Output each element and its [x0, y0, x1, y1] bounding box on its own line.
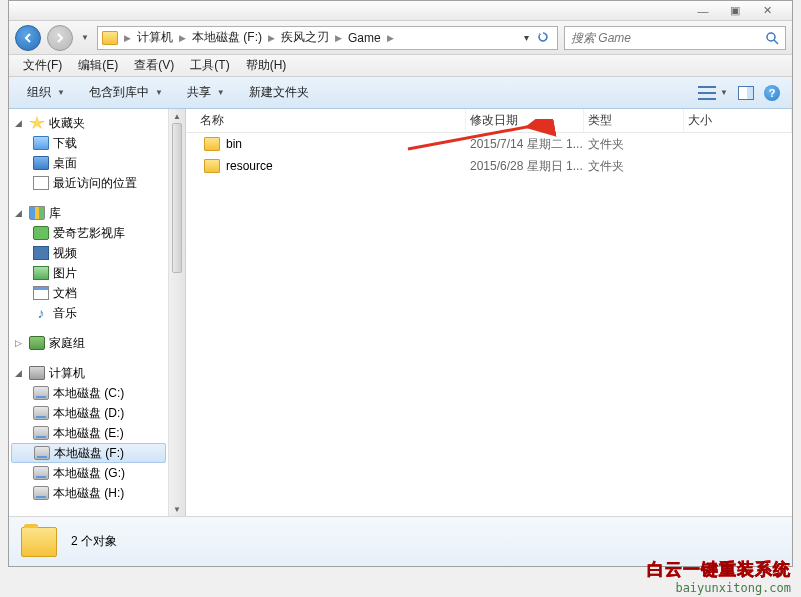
close-button[interactable]: ✕ [760, 4, 774, 18]
folder-icon [204, 159, 220, 173]
menu-tools[interactable]: 工具(T) [182, 57, 237, 74]
search-input[interactable] [571, 31, 765, 45]
recent-icon [33, 176, 49, 190]
status-text: 2 个对象 [71, 533, 117, 550]
tree-lib-iqiyi[interactable]: 爱奇艺影视库 [9, 223, 168, 243]
maximize-button[interactable]: ▣ [728, 4, 742, 18]
menu-help[interactable]: 帮助(H) [238, 57, 295, 74]
sidebar-scrollbar[interactable]: ▲ ▼ [169, 109, 186, 516]
folder-icon [204, 137, 220, 151]
back-button[interactable] [15, 25, 41, 51]
tree-drive-f[interactable]: 本地磁盘 (F:) [11, 443, 166, 463]
homegroup-icon [29, 336, 45, 350]
tree-downloads[interactable]: 下载 [9, 133, 168, 153]
toolbar: 组织▼ 包含到库中▼ 共享▼ 新建文件夹 ▼ ? [9, 77, 792, 109]
minimize-button[interactable]: — [696, 4, 710, 18]
svg-line-1 [774, 40, 778, 44]
expand-icon: ◢ [15, 118, 25, 128]
svg-point-0 [767, 33, 775, 41]
tree-computer[interactable]: ◢计算机 [9, 363, 168, 383]
expand-icon: ◢ [15, 368, 25, 378]
folder-icon [33, 136, 49, 150]
tree-lib-video[interactable]: 视频 [9, 243, 168, 263]
tree-lib-documents[interactable]: 文档 [9, 283, 168, 303]
tree-drive-c[interactable]: 本地磁盘 (C:) [9, 383, 168, 403]
file-list: 名称 修改日期 类型 大小 bin 2015/7/14 星期二 1... 文件夹… [186, 109, 792, 516]
nav-history-dropdown[interactable]: ▼ [79, 28, 91, 48]
chevron-down-icon: ▼ [57, 88, 65, 97]
file-row[interactable]: resource 2015/6/28 星期日 1... 文件夹 [186, 155, 792, 177]
breadcrumb[interactable]: Game [344, 31, 385, 45]
refresh-button[interactable] [537, 31, 549, 45]
help-button[interactable]: ? [764, 85, 780, 101]
search-box[interactable] [564, 26, 786, 50]
tree-label: 收藏夹 [49, 115, 85, 132]
folder-icon [102, 31, 118, 45]
tree-desktop[interactable]: 桌面 [9, 153, 168, 173]
nav-tree: ◢收藏夹 下载 桌面 最近访问的位置 ◢库 爱奇艺影视库 视频 图片 文档 ♪音… [9, 109, 169, 516]
col-name[interactable]: 名称 [196, 109, 466, 132]
file-type: 文件夹 [584, 158, 684, 175]
column-headers: 名称 修改日期 类型 大小 [186, 109, 792, 133]
documents-icon [33, 286, 49, 300]
tree-label: 计算机 [49, 365, 85, 382]
drive-icon [33, 406, 49, 420]
tree-favorites[interactable]: ◢收藏夹 [9, 113, 168, 133]
folder-icon [21, 527, 57, 557]
tree-drive-d[interactable]: 本地磁盘 (D:) [9, 403, 168, 423]
col-type[interactable]: 类型 [584, 109, 684, 132]
file-date: 2015/6/28 星期日 1... [466, 158, 584, 175]
computer-icon [29, 366, 45, 380]
desktop-icon [33, 156, 49, 170]
tree-lib-pictures[interactable]: 图片 [9, 263, 168, 283]
tree-homegroup[interactable]: ▷家庭组 [9, 333, 168, 353]
chevron-right-icon: ▶ [268, 33, 275, 43]
tree-label: 家庭组 [49, 335, 85, 352]
include-library-button[interactable]: 包含到库中▼ [79, 80, 173, 105]
watermark: 白云一键重装系统 baiyunxitong.com [647, 558, 791, 595]
organize-button[interactable]: 组织▼ [17, 80, 75, 105]
menu-file[interactable]: 文件(F) [15, 57, 70, 74]
chevron-right-icon: ▶ [387, 33, 394, 43]
file-row[interactable]: bin 2015/7/14 星期二 1... 文件夹 [186, 133, 792, 155]
new-folder-button[interactable]: 新建文件夹 [239, 80, 319, 105]
expand-icon: ◢ [15, 208, 25, 218]
view-mode-button[interactable]: ▼ [698, 86, 728, 100]
scroll-down-icon[interactable]: ▼ [169, 502, 185, 516]
menu-edit[interactable]: 编辑(E) [70, 57, 126, 74]
file-name: resource [226, 159, 273, 173]
tree-recent[interactable]: 最近访问的位置 [9, 173, 168, 193]
chevron-down-icon: ▼ [155, 88, 163, 97]
tree-label: 音乐 [53, 305, 77, 322]
tree-label: 爱奇艺影视库 [53, 225, 125, 242]
app-icon [33, 226, 49, 240]
tree-drive-e[interactable]: 本地磁盘 (E:) [9, 423, 168, 443]
breadcrumb[interactable]: 计算机 [133, 29, 177, 46]
tree-lib-music[interactable]: ♪音乐 [9, 303, 168, 323]
tree-label: 文档 [53, 285, 77, 302]
menu-view[interactable]: 查看(V) [126, 57, 182, 74]
tree-label: 图片 [53, 265, 77, 282]
address-bar[interactable]: ▶ 计算机 ▶ 本地磁盘 (F:) ▶ 疾风之刃 ▶ Game ▶ ▾ [97, 26, 558, 50]
forward-button[interactable] [47, 25, 73, 51]
tree-label: 库 [49, 205, 61, 222]
share-button[interactable]: 共享▼ [177, 80, 235, 105]
scroll-thumb[interactable] [172, 123, 182, 273]
library-icon [29, 206, 45, 220]
breadcrumb[interactable]: 疾风之刃 [277, 29, 333, 46]
tree-libraries[interactable]: ◢库 [9, 203, 168, 223]
navbar: ▼ ▶ 计算机 ▶ 本地磁盘 (F:) ▶ 疾风之刃 ▶ Game ▶ ▾ [9, 21, 792, 55]
tree-drive-g[interactable]: 本地磁盘 (G:) [9, 463, 168, 483]
titlebar: — ▣ ✕ [9, 1, 792, 21]
col-date[interactable]: 修改日期 [466, 109, 584, 132]
file-type: 文件夹 [584, 136, 684, 153]
music-icon: ♪ [33, 306, 49, 320]
tree-drive-h[interactable]: 本地磁盘 (H:) [9, 483, 168, 503]
breadcrumb[interactable]: 本地磁盘 (F:) [188, 29, 266, 46]
address-dropdown[interactable]: ▾ [524, 32, 529, 43]
scroll-up-icon[interactable]: ▲ [169, 109, 185, 123]
explorer-window: — ▣ ✕ ▼ ▶ 计算机 ▶ 本地磁盘 (F:) ▶ 疾风之刃 ▶ Game … [8, 0, 793, 567]
col-size[interactable]: 大小 [684, 109, 792, 132]
body: ◢收藏夹 下载 桌面 最近访问的位置 ◢库 爱奇艺影视库 视频 图片 文档 ♪音… [9, 109, 792, 516]
preview-pane-button[interactable] [738, 86, 754, 100]
